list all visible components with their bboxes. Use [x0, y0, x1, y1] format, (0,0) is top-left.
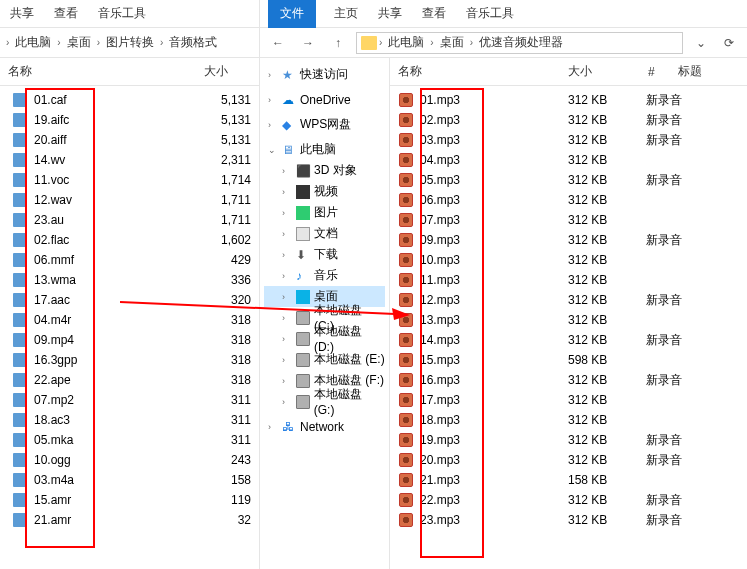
chevron-icon: ›: [6, 37, 9, 48]
file-row[interactable]: 11.mp3 312 KB: [398, 270, 747, 290]
tree-item[interactable]: › 图片: [264, 202, 385, 223]
file-row[interactable]: 15.amr 119: [12, 490, 251, 510]
file-row[interactable]: 04.m4r 318: [12, 310, 251, 330]
tree-item[interactable]: › 本地磁盘 (D:): [264, 328, 385, 349]
crumb-folder[interactable]: 图片转换: [102, 32, 158, 53]
file-row[interactable]: 01.mp3 312 KB 新录音: [398, 90, 747, 110]
tree-item[interactable]: › 本地磁盘 (E:): [264, 349, 385, 370]
file-name: 13.mp3: [420, 313, 568, 327]
file-row[interactable]: 09.mp4 318: [12, 330, 251, 350]
address-bar[interactable]: › 此电脑 › 桌面 › 优速音频处理器: [356, 32, 683, 54]
file-row[interactable]: 22.ape 318: [12, 370, 251, 390]
tab-home[interactable]: 主页: [332, 1, 360, 26]
tab-share[interactable]: 共享: [376, 1, 404, 26]
tree-network[interactable]: › 🖧 Network: [264, 416, 385, 437]
tree-item[interactable]: › 本地磁盘 (G:): [264, 391, 385, 412]
crumb-folder[interactable]: 优速音频处理器: [475, 32, 567, 53]
tab-view[interactable]: 查看: [420, 1, 448, 26]
file-row[interactable]: 13.mp3 312 KB: [398, 310, 747, 330]
col-header-size[interactable]: 大小: [568, 63, 648, 80]
refresh-button[interactable]: ⟳: [717, 31, 741, 55]
left-explorer-window: 共享 查看 音乐工具 › 此电脑 › 桌面 › 图片转换 › 音频格式 名称 大…: [0, 0, 260, 569]
nav-up-button[interactable]: ↑: [326, 31, 350, 55]
col-header-title[interactable]: 标题: [678, 63, 739, 80]
file-row[interactable]: 23.mp3 312 KB 新录音: [398, 510, 747, 530]
tab-music-tools[interactable]: 音乐工具: [96, 1, 148, 26]
nav-back-button[interactable]: ←: [266, 31, 290, 55]
file-row[interactable]: 17.aac 320: [12, 290, 251, 310]
audio-file-icon: [12, 212, 28, 228]
file-row[interactable]: 18.mp3 312 KB: [398, 410, 747, 430]
file-row[interactable]: 15.mp3 598 KB: [398, 350, 747, 370]
tab-file[interactable]: 文件: [268, 0, 316, 28]
tab-view[interactable]: 查看: [52, 1, 80, 26]
file-size: 429: [197, 253, 251, 267]
file-row[interactable]: 02.mp3 312 KB 新录音: [398, 110, 747, 130]
file-row[interactable]: 14.wv 2,311: [12, 150, 251, 170]
file-row[interactable]: 09.mp3 312 KB 新录音: [398, 230, 747, 250]
audio-file-icon: [12, 292, 28, 308]
file-row[interactable]: 19.mp3 312 KB 新录音: [398, 430, 747, 450]
file-name: 23.mp3: [420, 513, 568, 527]
crumb-desktop[interactable]: 桌面: [436, 32, 468, 53]
file-row[interactable]: 10.mp3 312 KB: [398, 250, 747, 270]
col-header-index[interactable]: #: [648, 65, 678, 79]
tree-item[interactable]: › ⬛ 3D 对象: [264, 160, 385, 181]
file-row[interactable]: 03.mp3 312 KB 新录音: [398, 130, 747, 150]
folder-icon: [296, 311, 310, 325]
file-row[interactable]: 12.mp3 312 KB 新录音: [398, 290, 747, 310]
file-size: 5,131: [197, 133, 251, 147]
file-row[interactable]: 20.aiff 5,131: [12, 130, 251, 150]
col-header-name[interactable]: 名称: [8, 63, 168, 80]
chevron-right-icon: ›: [282, 397, 292, 407]
file-size: 312 KB: [568, 273, 646, 287]
left-breadcrumb[interactable]: › 此电脑 › 桌面 › 图片转换 › 音频格式: [0, 28, 259, 58]
file-row[interactable]: 13.wma 336: [12, 270, 251, 290]
tree-this-pc[interactable]: ⌄ 🖥 此电脑: [264, 139, 385, 160]
file-row[interactable]: 17.mp3 312 KB: [398, 390, 747, 410]
file-row[interactable]: 07.mp2 311: [12, 390, 251, 410]
tab-music-tools[interactable]: 音乐工具: [464, 1, 516, 26]
file-row[interactable]: 19.aifc 5,131: [12, 110, 251, 130]
tree-item[interactable]: › 文档: [264, 223, 385, 244]
file-row[interactable]: 06.mmf 429: [12, 250, 251, 270]
crumb-this-pc[interactable]: 此电脑: [11, 32, 55, 53]
file-row[interactable]: 06.mp3 312 KB: [398, 190, 747, 210]
dropdown-history-button[interactable]: ⌄: [689, 31, 713, 55]
file-row[interactable]: 20.mp3 312 KB 新录音: [398, 450, 747, 470]
crumb-folder[interactable]: 音频格式: [165, 32, 221, 53]
file-row[interactable]: 05.mp3 312 KB 新录音: [398, 170, 747, 190]
col-header-size[interactable]: 大小: [168, 63, 228, 80]
file-row[interactable]: 18.ac3 311: [12, 410, 251, 430]
tree-wps[interactable]: › ◆ WPS网盘: [264, 114, 385, 135]
file-row[interactable]: 07.mp3 312 KB: [398, 210, 747, 230]
file-row[interactable]: 01.caf 5,131: [12, 90, 251, 110]
file-row[interactable]: 02.flac 1,602: [12, 230, 251, 250]
file-row[interactable]: 16.3gpp 318: [12, 350, 251, 370]
file-row[interactable]: 11.voc 1,714: [12, 170, 251, 190]
file-row[interactable]: 16.mp3 312 KB 新录音: [398, 370, 747, 390]
file-row[interactable]: 21.mp3 158 KB: [398, 470, 747, 490]
file-name: 14.mp3: [420, 333, 568, 347]
tree-onedrive[interactable]: › ☁ OneDrive: [264, 89, 385, 110]
file-row[interactable]: 05.mka 311: [12, 430, 251, 450]
file-row[interactable]: 23.au 1,711: [12, 210, 251, 230]
file-row[interactable]: 04.mp3 312 KB: [398, 150, 747, 170]
tree-item[interactable]: › 视频: [264, 181, 385, 202]
file-row[interactable]: 14.mp3 312 KB 新录音: [398, 330, 747, 350]
tree-item[interactable]: › ♪ 音乐: [264, 265, 385, 286]
crumb-this-pc[interactable]: 此电脑: [384, 32, 428, 53]
tree-item[interactable]: › ⬇ 下载: [264, 244, 385, 265]
file-title: 新录音: [646, 492, 747, 509]
crumb-desktop[interactable]: 桌面: [63, 32, 95, 53]
file-row[interactable]: 22.mp3 312 KB 新录音: [398, 490, 747, 510]
left-file-list: 01.caf 5,131 19.aifc 5,131 20.aiff 5,131…: [0, 86, 259, 534]
col-header-name[interactable]: 名称: [398, 63, 568, 80]
tab-share[interactable]: 共享: [8, 1, 36, 26]
file-row[interactable]: 21.amr 32: [12, 510, 251, 530]
file-row[interactable]: 03.m4a 158: [12, 470, 251, 490]
file-row[interactable]: 10.ogg 243: [12, 450, 251, 470]
tree-quick-access[interactable]: › ★ 快速访问: [264, 64, 385, 85]
file-row[interactable]: 12.wav 1,711: [12, 190, 251, 210]
nav-forward-button[interactable]: →: [296, 31, 320, 55]
